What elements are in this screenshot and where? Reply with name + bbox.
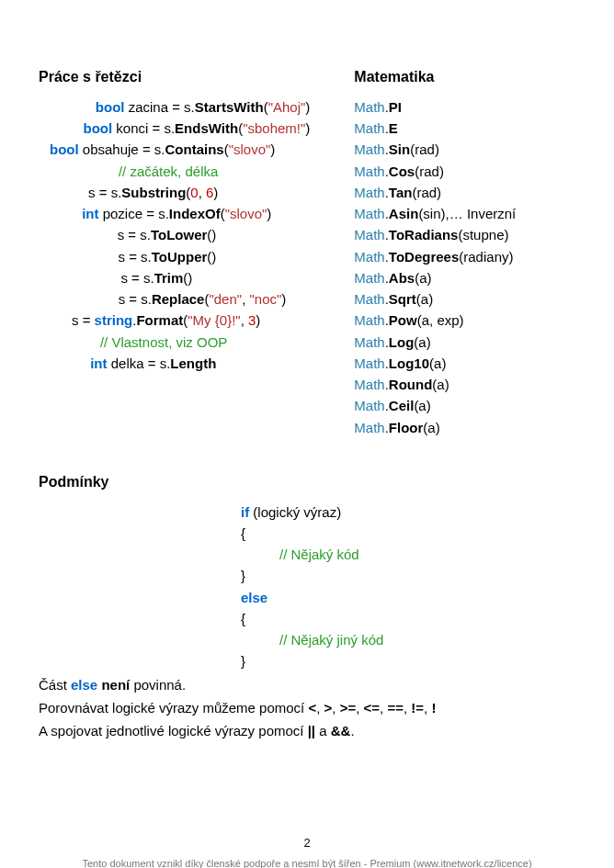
strings-section: Práce s řetězci bool zacina = s.StartsWi… [39, 66, 354, 374]
conditions-code: if (logický výraz) { // Nějaký kód } els… [39, 502, 575, 672]
cond-note-1: Část else není povinná. [39, 674, 575, 695]
cond-note-3: A spojovat jednotlivé logické výrazy pom… [39, 720, 575, 741]
conditions-section: Podmínky if (logický výraz) { // Nějaký … [39, 471, 575, 742]
math-section: Matematika Math.PI Math.E Math.Sin(rad) … [354, 66, 575, 438]
cond-note-2: Porovnávat logické výrazy můžeme pomocí … [39, 697, 575, 718]
strings-code: bool zacina = s.StartsWith("Ahoj") bool … [39, 96, 354, 374]
conditions-heading: Podmínky [39, 471, 575, 494]
strings-heading: Práce s řetězci [39, 66, 354, 89]
math-heading: Matematika [354, 66, 575, 89]
math-code: Math.PI Math.E Math.Sin(rad) Math.Cos(ra… [354, 96, 575, 438]
